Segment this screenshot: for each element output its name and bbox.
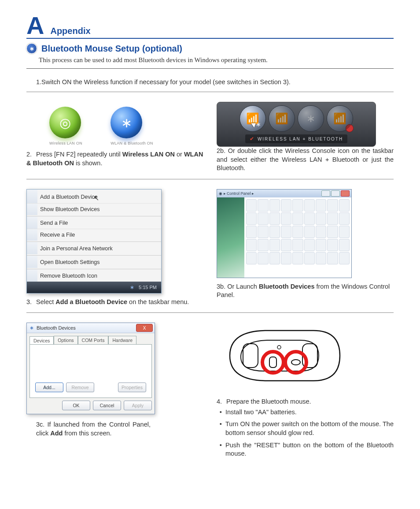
- tab-options[interactable]: Options: [54, 336, 77, 344]
- step-3b: 3b. Or Launch Bluetooth Devices from the…: [217, 282, 394, 300]
- svg-point-3: [262, 352, 284, 373]
- appendix-header: A Appendix: [26, 13, 394, 39]
- window-buttons[interactable]: [321, 190, 350, 197]
- orb-bt-caption: WLAN & Bluetooth ON: [111, 141, 153, 145]
- svg-point-6: [291, 360, 300, 365]
- figure-mouse-bottom: [217, 323, 349, 389]
- console-off-icon: 📶: [327, 105, 353, 132]
- intro-text: This process can be used to add most Blu…: [39, 56, 394, 64]
- menu-item[interactable]: Receive a File: [27, 229, 161, 241]
- step-4: 4.Prepare the Bluetooth mouse.: [217, 398, 394, 406]
- console-wifi-bt-icon: 📶∗: [239, 105, 266, 132]
- menu-item[interactable]: Remove Bluetooth Icon: [27, 269, 161, 282]
- menu-item[interactable]: Show Bluetooth Devices: [27, 203, 161, 215]
- step-1: 1.Switch ON the Wireless function if nec…: [36, 78, 394, 85]
- tab-comports[interactable]: COM Ports: [78, 336, 109, 344]
- ok-button[interactable]: OK: [62, 401, 90, 410]
- menu-item[interactable]: Add a Bluetooth Device↖: [27, 189, 161, 203]
- step-2b: 2b. Or double click the Wireless Console…: [217, 147, 394, 173]
- dialog-title: Bluetooth Devices: [37, 325, 76, 331]
- console-wifi-icon: 📶: [269, 105, 295, 132]
- step-3c: 3c. If launched from the Control Panel, …: [36, 420, 151, 438]
- menu-item[interactable]: Open Bluetooth Settings: [27, 255, 161, 268]
- remove-button[interactable]: Remove: [66, 383, 94, 392]
- figure-bluetooth-dialog: ∗ Bluetooth Devices X Devices Options CO…: [26, 323, 155, 414]
- orb-bluetooth-icon: ∗: [111, 107, 142, 138]
- menu-item[interactable]: Join a Personal Area Network: [27, 241, 161, 254]
- svg-rect-5: [269, 357, 276, 368]
- taskbar: ∗ 5:15 PM: [27, 282, 161, 293]
- tab-devices[interactable]: Devices: [29, 336, 54, 345]
- cursor-icon: ↖: [93, 194, 99, 202]
- appendix-letter: A: [26, 13, 44, 38]
- figure-control-panel: ◉ ▸ Control Panel ▸: [217, 189, 352, 278]
- menu-item[interactable]: Send a File: [27, 216, 161, 229]
- control-panel-grid[interactable]: [244, 197, 351, 278]
- properties-button[interactable]: Properties: [118, 383, 146, 392]
- orb-wlan-icon: ◎: [49, 107, 81, 138]
- close-button[interactable]: X: [136, 324, 153, 332]
- cancel-button[interactable]: Cancel: [93, 401, 121, 410]
- add-button[interactable]: Add...: [35, 383, 63, 392]
- figure-context-menu: Add a Bluetooth Device↖ Show Bluetooth D…: [26, 189, 162, 294]
- step-3: 3.Select Add a Bluetooth Device on the t…: [26, 298, 203, 307]
- figure-wireless-orbs: ◎ Wireless LAN ON ∗ WLAN & Bluetooth ON: [35, 102, 167, 150]
- svg-rect-0: [243, 344, 258, 368]
- dialog-tabs[interactable]: Devices Options COM Ports Hardware: [29, 336, 152, 344]
- section-title: Bluetooth Mouse Setup (optional): [41, 44, 182, 54]
- step-2: 2.Press [FN F2] repeatedly until Wireles…: [26, 150, 203, 167]
- orb-wlan-caption: Wireless LAN ON: [49, 141, 82, 145]
- svg-point-2: [277, 346, 281, 349]
- bluetooth-icon: ∗: [26, 43, 37, 54]
- apply-button[interactable]: Apply: [124, 401, 152, 410]
- console-bt-icon: ∗: [298, 105, 324, 132]
- svg-point-4: [285, 352, 306, 373]
- bluetooth-icon: ∗: [29, 325, 34, 331]
- tray-clock: 5:15 PM: [139, 285, 157, 290]
- tab-hardware[interactable]: Hardware: [108, 336, 136, 344]
- step-4-bullets: Install two "AA" batteries. Turn ON the …: [217, 408, 394, 458]
- console-label: ✔WIRELESS LAN + BLUETOOTH: [245, 134, 347, 143]
- figure-wireless-console: 📶∗ 📶 ∗ 📶 ✔WIRELESS LAN + BLUETOOTH: [217, 102, 376, 147]
- appendix-word: Appendix: [50, 26, 90, 36]
- tray-bluetooth-icon[interactable]: ∗: [130, 284, 134, 290]
